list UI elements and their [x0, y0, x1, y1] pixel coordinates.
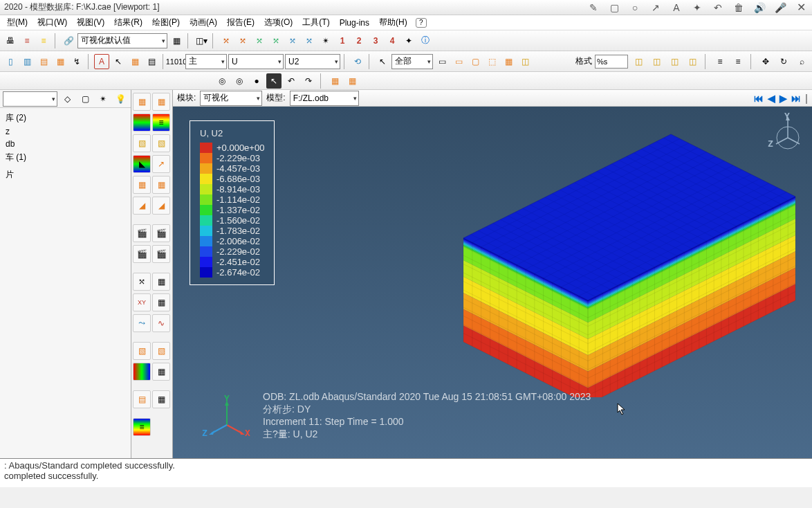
tool-set-icon[interactable]: ▦ — [152, 363, 170, 381]
sel-5-icon[interactable]: ▦ — [501, 54, 516, 69]
tool-path-icon[interactable]: ⤳ — [133, 314, 151, 332]
next-frame-icon[interactable]: ▶ — [779, 93, 787, 104]
sel-1-icon[interactable]: ▭ — [434, 54, 450, 69]
menu-animate[interactable]: 动画(A) — [185, 15, 221, 30]
tool-anim4-icon[interactable]: 🎬 — [152, 245, 170, 263]
tree-gear-icon[interactable]: ✴ — [95, 91, 111, 107]
menu-options[interactable]: 选项(O) — [260, 15, 297, 30]
tool-field1-icon[interactable]: ▧ — [133, 342, 151, 360]
menu-plot[interactable]: 绘图(P) — [148, 15, 184, 30]
annotation-a-icon[interactable]: A — [94, 54, 109, 69]
layout4-icon[interactable]: ▦ — [53, 54, 68, 69]
menu-plugins[interactable]: Plug-ins — [335, 17, 373, 29]
pointer-icon[interactable]: ↖ — [111, 54, 126, 69]
tree-filter-dropdown[interactable] — [3, 91, 57, 107]
tool-spectrum-icon[interactable] — [133, 363, 151, 381]
layout2-icon[interactable]: ▥ — [19, 54, 35, 69]
context-help-icon[interactable]: ? — [416, 18, 427, 28]
csys-y1-icon[interactable]: ⤱ — [252, 33, 267, 48]
menu-report[interactable]: 报告(E) — [223, 15, 259, 30]
db-icon-1[interactable]: ≡ — [19, 33, 35, 48]
tool-anim3-icon[interactable]: 🎬 — [133, 245, 151, 263]
menu-viewport[interactable]: 视口(W) — [33, 15, 71, 30]
csys-3-icon[interactable]: 3 — [368, 33, 383, 48]
view-triad[interactable]: Y Z — [771, 114, 805, 155]
triad-icon[interactable]: ✦ — [401, 33, 416, 48]
sel-3-icon[interactable]: ▢ — [468, 54, 483, 69]
menu-result[interactable]: 结果(R) — [110, 15, 147, 30]
primary-comp-dropdown[interactable]: U2 — [285, 54, 340, 69]
render-shaded-icon[interactable]: ◫ — [667, 54, 682, 69]
undo2-icon[interactable]: ↶ — [284, 73, 299, 89]
tool-table2-icon[interactable]: ▦ — [152, 293, 170, 311]
view-opt1-icon[interactable]: ▦ — [327, 73, 342, 89]
db-icon-2[interactable]: ≡ — [36, 33, 51, 48]
last-frame-icon[interactable]: ⏭ — [791, 93, 801, 104]
tree-folder-icon[interactable]: ▢ — [77, 91, 93, 107]
select-pointer-icon[interactable]: ↖ — [375, 54, 390, 69]
camera-icon[interactable]: ↯ — [69, 54, 84, 69]
cube-dropdown-icon[interactable]: ◫▾ — [194, 33, 209, 48]
csys-4-icon[interactable]: 4 — [385, 33, 400, 48]
format-input[interactable] — [595, 55, 628, 69]
prev-frame-icon[interactable]: ◀ — [768, 93, 775, 104]
menu-model[interactable]: 型(M) — [3, 15, 32, 30]
primary-label-dropdown[interactable]: 主 — [185, 54, 227, 69]
render-fill-icon[interactable]: ◫ — [685, 54, 700, 69]
undo-icon[interactable]: ↶ — [711, 1, 725, 15]
tree-bulb-icon[interactable]: 💡 — [113, 91, 128, 107]
edit-icon[interactable]: ✎ — [587, 1, 600, 15]
tool-table-icon[interactable]: ▦ — [152, 273, 170, 291]
primary-var-dropdown[interactable]: U — [228, 54, 284, 69]
tree-expand-icon[interactable]: ◇ — [60, 91, 75, 107]
tool-cut2-icon[interactable]: ◢ — [152, 197, 170, 215]
link-icon[interactable]: 🔗 — [61, 33, 76, 48]
model-dropdown[interactable]: F:/ZL.odb — [290, 91, 359, 106]
rail2-icon[interactable]: ≡ — [730, 54, 746, 69]
tree-item[interactable]: z — [3, 125, 128, 138]
zoom-icon[interactable]: ⌕ — [794, 54, 809, 69]
rotate-icon[interactable]: ↻ — [776, 54, 791, 69]
viewport[interactable]: U, U2 +0.000e+00-2.229e-03-4.457e-03-6.6… — [173, 107, 812, 458]
tool-anim2-icon[interactable]: 🎬 — [152, 224, 170, 242]
tool-plot-icon[interactable]: ∿ — [152, 314, 170, 332]
sparkle-icon[interactable]: ✦ — [690, 1, 704, 15]
csys-z2-icon[interactable]: ⤱ — [302, 33, 317, 48]
text-icon[interactable]: A — [670, 1, 683, 15]
view-opt2-icon[interactable]: ▦ — [344, 73, 360, 89]
query-box-icon[interactable]: ▦ — [127, 54, 142, 69]
arrow-icon[interactable]: ↗ — [649, 1, 663, 15]
tool-contour-icon[interactable] — [133, 114, 151, 131]
close-icon[interactable]: ✕ — [794, 1, 808, 15]
csys-x2-icon[interactable]: ⤱ — [235, 33, 250, 48]
tool-deform2-icon[interactable]: ▧ — [152, 134, 170, 152]
tool-cut1-icon[interactable]: ◢ — [133, 197, 151, 215]
menu-tools[interactable]: 工具(T) — [298, 15, 333, 30]
csys-all-icon[interactable]: ✴ — [318, 33, 333, 48]
select-k-icon[interactable]: ↖ — [266, 73, 282, 89]
sync-icon[interactable]: ⟲ — [350, 54, 365, 69]
menu-view[interactable]: 视图(V) — [73, 15, 109, 30]
csys-z1-icon[interactable]: ⤱ — [285, 33, 300, 48]
tree-item[interactable]: 车 (1) — [3, 150, 128, 165]
csys-2-icon[interactable]: 2 — [351, 33, 367, 48]
circ2-icon[interactable]: ◎ — [232, 73, 247, 89]
tool-symbol-icon[interactable]: ◣ — [133, 155, 151, 173]
tool-mat2-icon[interactable]: ▦ — [152, 176, 170, 194]
tool-layer-icon[interactable]: ≡ — [133, 418, 151, 436]
tool-csys-icon[interactable]: ⤲ — [133, 273, 151, 291]
tool-stripe-icon[interactable]: ≡ — [152, 114, 170, 131]
print-icon[interactable]: 🖶 — [3, 33, 18, 48]
box-icon[interactable]: ▦ — [169, 33, 184, 48]
model-tree[interactable]: 库 (2) z db 车 (1) 片 — [0, 108, 131, 458]
csys-1-icon[interactable]: 1 — [335, 33, 350, 48]
fe-model[interactable] — [380, 120, 812, 397]
tree-item[interactable]: 库 (2) — [3, 111, 128, 125]
render-hidden-icon[interactable]: ◫ — [649, 54, 664, 69]
tree-item[interactable]: 片 — [3, 167, 128, 182]
sel-box3d-icon[interactable]: ◫ — [517, 54, 533, 69]
tool-grid-icon[interactable]: ▦ — [133, 93, 151, 111]
tool-mat1-icon[interactable]: ▦ — [133, 176, 151, 194]
csys-x1-icon[interactable]: ⤱ — [219, 33, 234, 48]
sound-icon[interactable]: 🔊 — [753, 1, 766, 15]
